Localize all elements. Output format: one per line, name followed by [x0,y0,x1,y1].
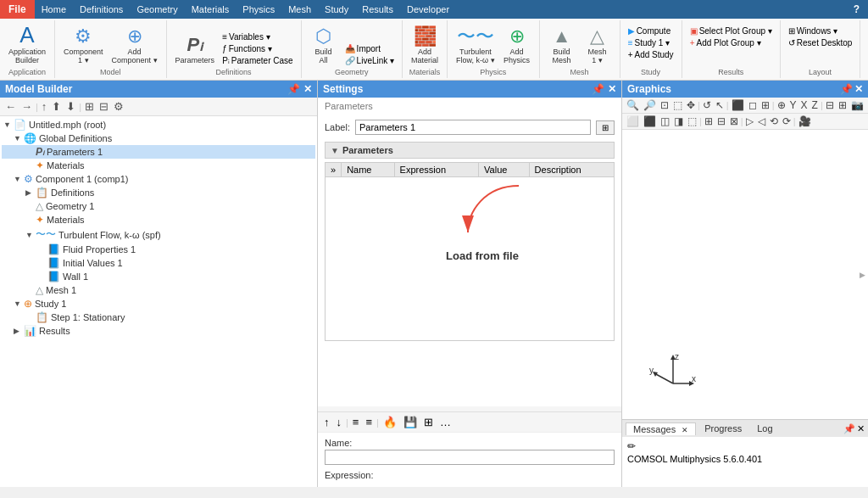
component-button[interactable]: ⚙ Component1 ▾ [60,25,107,66]
study1-button[interactable]: ≡ Study 1 ▾ [626,37,676,48]
g-more1[interactable]: ⊟ [824,98,836,112]
g-t11[interactable]: ⟲ [768,115,780,128]
g-rotate[interactable]: ↺ [701,98,713,112]
app-builder-button[interactable]: A ApplicationBuilder [5,22,49,66]
tree-item-fluid-props[interactable]: 📘 Fluid Properties 1 [2,243,315,256]
graphics-pin[interactable]: 📌 [840,83,853,95]
tree-item-turbulent[interactable]: ▼ 〜〜 Turbulent Flow, k-ω (spf) [2,227,315,243]
tree-item-root[interactable]: ▼ 📄 Untitled.mph (root) [2,118,315,131]
toolbar-plus-btn[interactable]: ⊞ [421,415,436,429]
add-component-button[interactable]: ⊕ AddComponent ▾ [108,25,161,66]
mesh1-button[interactable]: △ Mesh1 ▾ [581,25,615,66]
g-pan[interactable]: ✥ [685,98,697,112]
help-button[interactable]: ? [845,0,868,19]
definitions-menu[interactable]: Definitions [73,0,130,19]
graphics-close[interactable]: ✕ [854,83,863,95]
add-study-button[interactable]: + Add Study [626,49,676,60]
tree-item-component1[interactable]: ▼ ⚙ Component 1 (comp1) [2,172,315,186]
g-t9[interactable]: ▷ [744,115,755,128]
g-t7[interactable]: ⊟ [715,115,727,128]
messages-pin[interactable]: 📌 [843,423,855,434]
build-mesh-button[interactable]: ▲ BuildMesh [545,25,579,66]
expand-btn[interactable]: ⊞ [83,99,96,114]
tree-item-step1[interactable]: 📋 Step 1: Stationary [2,311,315,324]
toolbar-up-btn[interactable]: ↑ [321,415,332,429]
g-t8[interactable]: ⊠ [728,115,740,128]
g-t5[interactable]: ⬚ [686,115,698,128]
add-physics-button[interactable]: ⊕ AddPhysics [500,25,534,66]
g-view1[interactable]: ⬛ [730,98,746,112]
functions-button[interactable]: ƒ Functions ▾ [220,43,295,54]
messages-close[interactable]: ✕ [857,423,865,434]
g-xz[interactable]: X [799,98,810,112]
toolbar-list2-btn[interactable]: ≡ [363,415,375,429]
reset-desktop-button[interactable]: ↺ Reset Desktop [786,37,855,48]
g-sel[interactable]: ↖ [714,98,726,112]
parameters-section-header[interactable]: ▼ Parameters [325,142,615,159]
build-all-button[interactable]: ⬡ BuildAll [307,25,341,66]
messages-tab-close[interactable]: ✕ [682,426,688,434]
g-t4[interactable]: ◨ [672,115,685,128]
messages-tab[interactable]: Messages ✕ [626,422,696,435]
move-down-btn[interactable]: ⬇ [64,99,77,114]
file-menu[interactable]: File [0,0,35,19]
add-material-button[interactable]: 🧱 AddMaterial [408,25,442,66]
forward-button[interactable]: → [19,99,34,114]
tree-item-geometry1[interactable]: △ Geometry 1 [2,199,315,213]
toolbar-more-btn[interactable]: … [437,415,453,429]
label-field-button[interactable]: ⊞ [596,120,615,135]
g-view2[interactable]: ◻ [747,98,759,112]
settings-close[interactable]: ✕ [608,83,616,95]
results-menu[interactable]: Results [355,0,400,19]
physics-menu[interactable]: Physics [236,0,281,19]
tree-item-initial-vals[interactable]: 📘 Initial Values 1 [2,256,315,270]
toolbar-save-btn[interactable]: 💾 [401,415,420,429]
model-builder-close[interactable]: ✕ [303,83,312,95]
tree-item-wall1[interactable]: 📘 Wall 1 [2,270,315,283]
g-screenshot[interactable]: 📷 [849,98,865,112]
select-plot-group-button[interactable]: ▣ Select Plot Group ▾ [687,25,775,36]
tree-item-parameters1[interactable]: Pᵢ Parameters 1 [2,145,315,159]
turbulent-flow-button[interactable]: 〜〜 TurbulentFlow, k-ω ▾ [453,25,498,66]
move-up-btn[interactable]: ⬆ [50,99,63,114]
tree-item-mesh1[interactable]: △ Mesh 1 [2,283,315,297]
g-yz[interactable]: Y [788,98,798,112]
g-axes[interactable]: ⊕ [776,98,787,112]
toolbar-list-btn[interactable]: ≡ [350,415,362,429]
compute-button[interactable]: ▶ Compute [626,25,676,36]
parameter-case-button[interactable]: Pᵢ Parameter Case [220,55,295,66]
toolbar-fire-btn[interactable]: 🔥 [381,415,399,429]
tree-item-definitions[interactable]: ▶ 📋 Definitions [2,186,315,199]
g-xy[interactable]: Z [810,98,820,112]
g-zoom-in[interactable]: 🔍 [625,98,641,112]
home-menu[interactable]: Home [35,0,73,19]
tree-item-materials-global[interactable]: ✦ Materials [2,159,315,172]
settings-btn[interactable]: ⚙ [112,99,125,114]
import-button[interactable]: 📥 Import [342,43,397,54]
developer-menu[interactable]: Developer [400,0,456,19]
label-field-input[interactable] [355,120,591,135]
progress-tab[interactable]: Progress [698,422,748,434]
geometry-menu[interactable]: Geometry [130,0,184,19]
g-t2[interactable]: ⬛ [642,115,658,128]
settings-pin[interactable]: 📌 [592,83,604,95]
tree-item-study1[interactable]: ▼ ⊕ Study 1 [2,297,315,311]
g-mesh-view[interactable]: ⊞ [760,98,771,112]
materials-menu[interactable]: Materials [185,0,236,19]
g-t13[interactable]: 🎥 [797,115,813,128]
add-plot-group-button[interactable]: + Add Plot Group ▾ [687,37,775,48]
g-t3[interactable]: ◫ [659,115,671,128]
g-t10[interactable]: ◁ [756,115,767,128]
tree-item-materials-comp[interactable]: ✦ Materials [2,213,315,227]
windows-button[interactable]: ⊞ Windows ▾ [786,25,855,36]
variables-button[interactable]: ≡ Variables ▾ [220,31,295,42]
g-fit[interactable]: ⊡ [659,98,670,112]
toolbar-down-btn[interactable]: ↓ [334,415,345,429]
g-t1[interactable]: ⬜ [625,115,641,128]
study-menu[interactable]: Study [318,0,355,19]
tree-item-results[interactable]: ▶ 📊 Results [2,324,315,338]
name-input[interactable] [325,450,615,465]
mesh-menu[interactable]: Mesh [281,0,318,19]
log-tab[interactable]: Log [750,422,779,434]
g-t12[interactable]: ⟳ [781,115,793,128]
